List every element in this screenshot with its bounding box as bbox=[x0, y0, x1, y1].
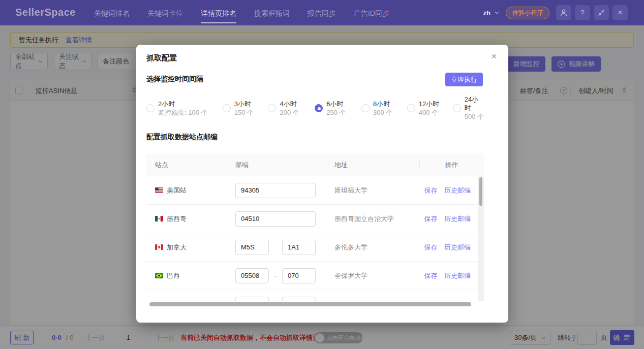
shrink-button[interactable] bbox=[594, 5, 609, 20]
zip-row-br: 巴西 - 圣保罗大学 保存 历史邮编 bbox=[146, 262, 478, 290]
canada-flag-icon bbox=[155, 244, 163, 250]
interval-option-24h[interactable]: 24小时500 个 bbox=[453, 95, 484, 121]
zip-row-ca: 加拿大 多伦多大学 保存 历史邮编 bbox=[146, 233, 478, 262]
save-link[interactable]: 保存 bbox=[424, 272, 437, 279]
close-icon: × bbox=[618, 8, 623, 18]
nav-item-adid-sync[interactable]: 广告ID同步 bbox=[354, 2, 389, 23]
history-zip-link[interactable]: 历史邮编 bbox=[444, 215, 471, 223]
nav-item-search-expand[interactable]: 搜索框拓词 bbox=[254, 2, 290, 23]
col-actions: 操作 bbox=[419, 161, 484, 170]
mini-program-badge[interactable]: 体验小程序 bbox=[506, 7, 549, 19]
mexico-flag-icon bbox=[155, 216, 163, 221]
zip-input[interactable] bbox=[235, 183, 316, 198]
address-text: 墨西哥国立自治大学 bbox=[328, 214, 419, 224]
site-name: 美国站 bbox=[167, 186, 187, 195]
address-text: 斯坦福大学 bbox=[328, 186, 419, 195]
site-name: 巴西 bbox=[167, 271, 180, 280]
history-zip-link[interactable]: 历史邮编 bbox=[444, 186, 471, 194]
zip-table: 站点 邮编 地址 操作 美国站 bbox=[146, 153, 484, 307]
app-logo: SellerSpace bbox=[15, 7, 76, 18]
brazil-flag-icon bbox=[155, 273, 163, 278]
site-name: 加拿大 bbox=[167, 243, 187, 252]
main-nav: 关键词排名 关键词卡位 详情页排名 搜索框拓词 报告同步 广告ID同步 bbox=[94, 0, 389, 25]
close-app-button[interactable]: × bbox=[612, 5, 628, 20]
save-link[interactable]: 保存 bbox=[424, 186, 437, 194]
interval-option-2h[interactable]: 2小时监控额度: 100 个 bbox=[146, 95, 223, 121]
navbar-right: zh 体验小程序 ? × bbox=[483, 0, 628, 25]
zip-dash: - bbox=[269, 272, 282, 279]
horizontal-scrollbar[interactable] bbox=[146, 301, 484, 307]
question-icon: ? bbox=[580, 9, 585, 17]
modal-close-button[interactable]: × bbox=[488, 51, 500, 62]
interval-radio-group: 2小时监控额度: 100 个 3小时150 个 4小时200 个 6小时250 … bbox=[146, 95, 484, 121]
nav-item-keyword-slot[interactable]: 关键词卡位 bbox=[147, 2, 183, 23]
help-button[interactable]: ? bbox=[575, 5, 590, 20]
site-name: 墨西哥 bbox=[167, 214, 187, 224]
nav-item-keyword-rank[interactable]: 关键词排名 bbox=[94, 2, 130, 23]
shrink-icon bbox=[598, 9, 605, 16]
zip-section-label: 配置抓取数据站点邮编 bbox=[146, 133, 218, 142]
history-zip-link[interactable]: 历史邮编 bbox=[444, 243, 471, 251]
vertical-scrollbar[interactable] bbox=[478, 176, 484, 301]
history-zip-link[interactable]: 历史邮编 bbox=[444, 272, 471, 279]
horizontal-scrollbar-thumb[interactable] bbox=[149, 302, 471, 306]
execute-now-button[interactable]: 立即执行 bbox=[445, 73, 483, 86]
zip-input-part2[interactable] bbox=[282, 240, 316, 255]
language-selector[interactable]: zh bbox=[483, 9, 490, 17]
user-button[interactable] bbox=[556, 5, 571, 20]
nav-item-detail-rank[interactable]: 详情页排名 bbox=[201, 2, 236, 23]
modal-title: 抓取配置 bbox=[146, 53, 177, 63]
radio-icon bbox=[361, 104, 370, 112]
zip-input-part2[interactable] bbox=[282, 268, 316, 283]
radio-icon bbox=[315, 104, 323, 112]
zip-input[interactable] bbox=[235, 211, 316, 227]
radio-icon bbox=[268, 104, 276, 112]
zip-row-partial bbox=[146, 290, 478, 301]
header-divider bbox=[229, 161, 229, 169]
col-address: 地址 bbox=[328, 161, 419, 170]
vertical-scrollbar-thumb[interactable] bbox=[479, 177, 482, 206]
header-divider bbox=[419, 161, 420, 169]
zip-row-us: 美国站 斯坦福大学 保存 历史邮编 bbox=[146, 176, 478, 205]
interval-option-6h[interactable]: 6小时250 个 bbox=[315, 95, 361, 121]
zip-input-part1[interactable] bbox=[235, 240, 269, 255]
interval-section-label: 选择监控时间间隔 bbox=[146, 75, 203, 84]
save-link[interactable]: 保存 bbox=[424, 243, 437, 251]
zip-input-part1[interactable] bbox=[235, 268, 269, 283]
crawl-config-modal: 抓取配置 × 选择监控时间间隔 立即执行 2小时监控额度: 100 个 3小时1… bbox=[136, 45, 508, 323]
save-link[interactable]: 保存 bbox=[424, 215, 437, 223]
radio-icon bbox=[146, 104, 155, 112]
interval-option-3h[interactable]: 3小时150 个 bbox=[223, 95, 268, 121]
zip-table-header: 站点 邮编 地址 操作 bbox=[146, 153, 484, 176]
top-navbar: SellerSpace 关键词排名 关键词卡位 详情页排名 搜索框拓词 报告同步… bbox=[0, 0, 644, 25]
nav-item-report-sync[interactable]: 报告同步 bbox=[308, 2, 336, 23]
zip-table-body: 美国站 斯坦福大学 保存 历史邮编 bbox=[146, 176, 478, 301]
col-zip: 邮编 bbox=[229, 161, 328, 170]
radio-icon bbox=[223, 104, 231, 112]
zip-input-part1[interactable] bbox=[235, 297, 269, 301]
address-text: 多伦多大学 bbox=[328, 243, 419, 252]
col-site: 站点 bbox=[146, 161, 229, 170]
us-flag-icon bbox=[155, 187, 163, 193]
header-divider bbox=[328, 161, 328, 169]
interval-option-4h[interactable]: 4小时200 个 bbox=[268, 95, 315, 121]
user-icon bbox=[560, 9, 567, 17]
interval-option-8h[interactable]: 8小时300 个 bbox=[361, 95, 407, 121]
nav-divider bbox=[71, 8, 71, 18]
zip-row-mx: 墨西哥 墨西哥国立自治大学 保存 历史邮编 bbox=[146, 205, 478, 233]
radio-icon bbox=[407, 104, 415, 112]
chevron-down-icon bbox=[495, 11, 499, 14]
zip-input-part2[interactable] bbox=[282, 297, 316, 301]
interval-option-12h[interactable]: 12小时400 个 bbox=[407, 95, 453, 121]
radio-icon bbox=[453, 104, 461, 112]
address-text: 圣保罗大学 bbox=[328, 271, 419, 280]
